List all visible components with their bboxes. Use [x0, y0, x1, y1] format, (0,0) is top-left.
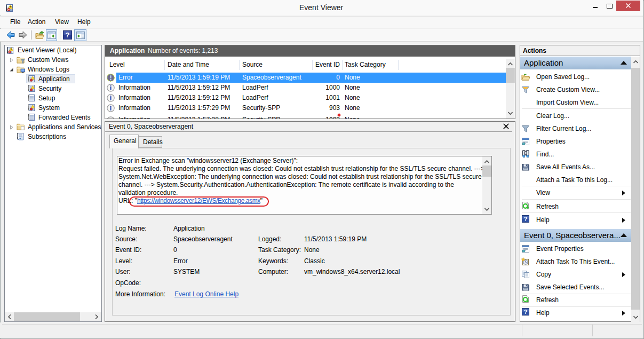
svg-text:?: ? [524, 216, 528, 222]
svg-text:?: ? [524, 309, 528, 315]
svg-text:?: ? [66, 31, 70, 39]
